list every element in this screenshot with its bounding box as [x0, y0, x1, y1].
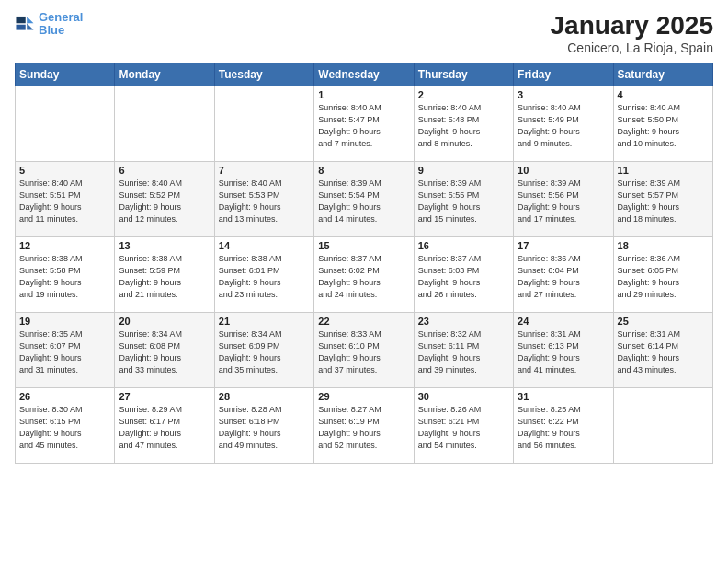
calendar-cell: 4Sunrise: 8:40 AM Sunset: 5:50 PM Daylig…	[613, 86, 712, 162]
day-number: 31	[518, 391, 609, 402]
calendar-cell	[613, 388, 712, 464]
day-number: 3	[518, 89, 609, 100]
day-info: Sunrise: 8:38 AM Sunset: 6:01 PM Dayligh…	[219, 253, 310, 301]
logo: General Blue	[15, 11, 83, 38]
calendar-cell: 8Sunrise: 8:39 AM Sunset: 5:54 PM Daylig…	[314, 162, 414, 237]
calendar-cell: 6Sunrise: 8:40 AM Sunset: 5:52 PM Daylig…	[115, 162, 214, 237]
day-info: Sunrise: 8:40 AM Sunset: 5:50 PM Dayligh…	[618, 102, 709, 150]
day-info: Sunrise: 8:40 AM Sunset: 5:47 PM Dayligh…	[318, 102, 409, 150]
calendar-cell: 29Sunrise: 8:27 AM Sunset: 6:19 PM Dayli…	[314, 388, 414, 464]
calendar-cell	[214, 86, 313, 162]
calendar-header-friday: Friday	[514, 63, 613, 86]
calendar-cell: 30Sunrise: 8:26 AM Sunset: 6:21 PM Dayli…	[414, 388, 513, 464]
day-number: 1	[318, 89, 409, 100]
day-number: 8	[318, 165, 409, 176]
day-info: Sunrise: 8:39 AM Sunset: 5:55 PM Dayligh…	[418, 178, 509, 225]
day-number: 29	[318, 391, 409, 402]
day-number: 11	[618, 165, 709, 176]
calendar-cell: 9Sunrise: 8:39 AM Sunset: 5:55 PM Daylig…	[414, 162, 513, 237]
day-info: Sunrise: 8:40 AM Sunset: 5:52 PM Dayligh…	[119, 178, 210, 225]
calendar-cell: 13Sunrise: 8:38 AM Sunset: 5:59 PM Dayli…	[115, 237, 214, 313]
day-info: Sunrise: 8:39 AM Sunset: 5:57 PM Dayligh…	[618, 178, 709, 225]
day-info: Sunrise: 8:28 AM Sunset: 6:18 PM Dayligh…	[219, 404, 310, 452]
calendar-cell: 28Sunrise: 8:28 AM Sunset: 6:18 PM Dayli…	[214, 388, 313, 464]
calendar-cell: 24Sunrise: 8:31 AM Sunset: 6:13 PM Dayli…	[514, 313, 613, 388]
day-number: 26	[19, 391, 110, 402]
day-info: Sunrise: 8:37 AM Sunset: 6:03 PM Dayligh…	[418, 253, 509, 301]
calendar-header-tuesday: Tuesday	[214, 63, 313, 86]
title-block: January 2025 Cenicero, La Rioja, Spain	[551, 11, 713, 55]
day-info: Sunrise: 8:29 AM Sunset: 6:17 PM Dayligh…	[119, 404, 210, 452]
subtitle: Cenicero, La Rioja, Spain	[551, 40, 713, 55]
calendar-header-monday: Monday	[115, 63, 214, 86]
svg-rect-3	[16, 17, 25, 23]
day-number: 14	[219, 240, 310, 251]
main-title: January 2025	[551, 11, 713, 40]
day-number: 17	[518, 240, 609, 251]
calendar-cell: 7Sunrise: 8:40 AM Sunset: 5:53 PM Daylig…	[214, 162, 313, 237]
calendar-cell: 18Sunrise: 8:36 AM Sunset: 6:05 PM Dayli…	[613, 237, 712, 313]
svg-rect-4	[16, 25, 25, 30]
calendar-header-row: SundayMondayTuesdayWednesdayThursdayFrid…	[16, 63, 713, 86]
calendar-cell: 11Sunrise: 8:39 AM Sunset: 5:57 PM Dayli…	[613, 162, 712, 237]
calendar-cell: 5Sunrise: 8:40 AM Sunset: 5:51 PM Daylig…	[16, 162, 115, 237]
day-info: Sunrise: 8:25 AM Sunset: 6:22 PM Dayligh…	[518, 404, 609, 452]
day-info: Sunrise: 8:40 AM Sunset: 5:48 PM Dayligh…	[418, 102, 509, 150]
header: General Blue January 2025 Cenicero, La R…	[15, 11, 713, 55]
day-info: Sunrise: 8:31 AM Sunset: 6:14 PM Dayligh…	[618, 328, 709, 376]
calendar-header-sunday: Sunday	[16, 63, 115, 86]
day-number: 23	[418, 316, 509, 327]
day-number: 12	[19, 240, 110, 251]
calendar-cell: 20Sunrise: 8:34 AM Sunset: 6:08 PM Dayli…	[115, 313, 214, 388]
day-info: Sunrise: 8:38 AM Sunset: 5:59 PM Dayligh…	[119, 253, 210, 301]
logo-line2: Blue	[39, 24, 83, 37]
calendar-cell: 31Sunrise: 8:25 AM Sunset: 6:22 PM Dayli…	[514, 388, 613, 464]
day-info: Sunrise: 8:37 AM Sunset: 6:02 PM Dayligh…	[318, 253, 409, 301]
day-number: 6	[119, 165, 210, 176]
calendar-week-4: 19Sunrise: 8:35 AM Sunset: 6:07 PM Dayli…	[16, 313, 713, 388]
day-number: 19	[19, 316, 110, 327]
day-info: Sunrise: 8:38 AM Sunset: 5:58 PM Dayligh…	[19, 253, 110, 301]
logo-text-block: General Blue	[39, 11, 83, 38]
day-info: Sunrise: 8:33 AM Sunset: 6:10 PM Dayligh…	[318, 328, 409, 376]
day-number: 21	[219, 316, 310, 327]
day-number: 20	[119, 316, 210, 327]
calendar-cell: 25Sunrise: 8:31 AM Sunset: 6:14 PM Dayli…	[613, 313, 712, 388]
calendar-cell: 14Sunrise: 8:38 AM Sunset: 6:01 PM Dayli…	[214, 237, 313, 313]
day-info: Sunrise: 8:27 AM Sunset: 6:19 PM Dayligh…	[318, 404, 409, 452]
calendar-cell: 26Sunrise: 8:30 AM Sunset: 6:15 PM Dayli…	[16, 388, 115, 464]
day-number: 25	[618, 316, 709, 327]
calendar-cell	[16, 86, 115, 162]
calendar-cell: 16Sunrise: 8:37 AM Sunset: 6:03 PM Dayli…	[414, 237, 513, 313]
calendar-cell: 23Sunrise: 8:32 AM Sunset: 6:11 PM Dayli…	[414, 313, 513, 388]
calendar-cell: 19Sunrise: 8:35 AM Sunset: 6:07 PM Dayli…	[16, 313, 115, 388]
day-info: Sunrise: 8:36 AM Sunset: 6:04 PM Dayligh…	[518, 253, 609, 301]
logo-line1: General	[39, 11, 83, 24]
day-number: 24	[518, 316, 609, 327]
day-number: 28	[219, 391, 310, 402]
calendar: SundayMondayTuesdayWednesdayThursdayFrid…	[15, 63, 713, 464]
day-info: Sunrise: 8:36 AM Sunset: 6:05 PM Dayligh…	[618, 253, 709, 301]
day-number: 22	[318, 316, 409, 327]
day-number: 13	[119, 240, 210, 251]
day-number: 7	[219, 165, 310, 176]
day-number: 18	[618, 240, 709, 251]
calendar-week-2: 5Sunrise: 8:40 AM Sunset: 5:51 PM Daylig…	[16, 162, 713, 237]
calendar-cell: 27Sunrise: 8:29 AM Sunset: 6:17 PM Dayli…	[115, 388, 214, 464]
day-info: Sunrise: 8:39 AM Sunset: 5:56 PM Dayligh…	[518, 178, 609, 225]
calendar-header-thursday: Thursday	[414, 63, 513, 86]
calendar-cell: 21Sunrise: 8:34 AM Sunset: 6:09 PM Dayli…	[214, 313, 313, 388]
day-info: Sunrise: 8:40 AM Sunset: 5:53 PM Dayligh…	[219, 178, 310, 225]
day-info: Sunrise: 8:35 AM Sunset: 6:07 PM Dayligh…	[19, 328, 110, 376]
calendar-cell: 10Sunrise: 8:39 AM Sunset: 5:56 PM Dayli…	[514, 162, 613, 237]
day-number: 4	[618, 89, 709, 100]
day-info: Sunrise: 8:31 AM Sunset: 6:13 PM Dayligh…	[518, 328, 609, 376]
calendar-cell: 15Sunrise: 8:37 AM Sunset: 6:02 PM Dayli…	[314, 237, 414, 313]
day-number: 9	[418, 165, 509, 176]
day-number: 27	[119, 391, 210, 402]
day-number: 15	[318, 240, 409, 251]
calendar-cell: 12Sunrise: 8:38 AM Sunset: 5:58 PM Dayli…	[16, 237, 115, 313]
day-info: Sunrise: 8:40 AM Sunset: 5:49 PM Dayligh…	[518, 102, 609, 150]
day-info: Sunrise: 8:34 AM Sunset: 6:09 PM Dayligh…	[219, 328, 310, 376]
day-number: 2	[418, 89, 509, 100]
